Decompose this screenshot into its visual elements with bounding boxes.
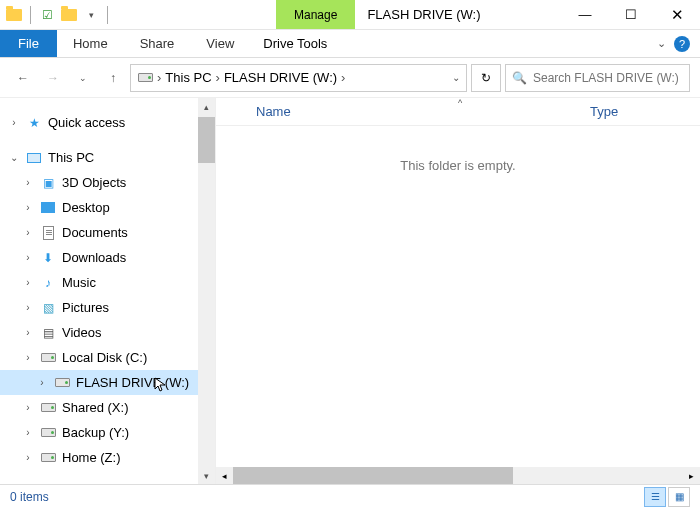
properties-icon[interactable]: ☑ (39, 7, 55, 23)
details-view-button[interactable]: ☰ (644, 487, 666, 507)
expand-icon[interactable]: › (22, 252, 34, 263)
tree-this-pc[interactable]: ⌄ This PC (0, 145, 215, 170)
tab-view[interactable]: View (190, 30, 250, 57)
videos-icon: ▤ (40, 325, 56, 341)
column-name[interactable]: Name (216, 104, 590, 119)
ribbon-tabs: File Home Share View Drive Tools ⌄ ? (0, 30, 700, 58)
breadcrumb-this-pc[interactable]: This PC (165, 70, 211, 85)
tree-label: Desktop (62, 200, 110, 215)
tree-documents[interactable]: ›Documents (0, 220, 215, 245)
title-bar: ☑ ▾ Manage FLASH DRIVE (W:) — ☐ ✕ (0, 0, 700, 30)
expand-icon[interactable]: › (22, 202, 34, 213)
expand-icon[interactable]: › (22, 302, 34, 313)
recent-locations-button[interactable]: ⌄ (70, 65, 96, 91)
minimize-button[interactable]: — (562, 0, 608, 29)
scroll-left-button[interactable]: ◂ (216, 467, 233, 484)
back-button[interactable]: ← (10, 65, 36, 91)
tree-flash-drive-w[interactable]: › FLASH DRIVE (W:) (0, 370, 215, 395)
scroll-right-button[interactable]: ▸ (683, 467, 700, 484)
scroll-up-button[interactable]: ▴ (198, 98, 215, 115)
tree-quick-access[interactable]: › ★ Quick access (0, 110, 215, 135)
navigation-bar: ← → ⌄ ↑ › This PC › FLASH DRIVE (W:) › ⌄… (0, 58, 700, 98)
expand-icon[interactable]: › (22, 427, 34, 438)
navigation-pane: › ★ Quick access ⌄ This PC ›▣3D Objects … (0, 98, 215, 484)
tree-desktop[interactable]: ›Desktop (0, 195, 215, 220)
star-icon: ★ (26, 115, 42, 131)
tree-label: Pictures (62, 300, 109, 315)
refresh-button[interactable]: ↻ (471, 64, 501, 92)
expand-icon[interactable]: › (36, 377, 48, 388)
tree-music[interactable]: ›♪Music (0, 270, 215, 295)
up-button[interactable]: ↑ (100, 65, 126, 91)
expand-icon[interactable]: › (22, 452, 34, 463)
tab-drive-tools[interactable]: Drive Tools (250, 30, 339, 57)
address-dropdown-icon[interactable]: ⌄ (452, 72, 460, 83)
horizontal-scrollbar[interactable]: ◂ ▸ (216, 467, 700, 484)
expand-icon[interactable]: › (22, 177, 34, 188)
empty-folder-text: This folder is empty. (216, 158, 700, 173)
tree-local-disk-c[interactable]: ›Local Disk (C:) (0, 345, 215, 370)
drive-icon (40, 350, 56, 366)
details-view-icon: ☰ (651, 491, 660, 502)
address-bar[interactable]: › This PC › FLASH DRIVE (W:) › ⌄ (130, 64, 467, 92)
expand-icon[interactable]: › (22, 402, 34, 413)
expand-icon[interactable]: › (22, 352, 34, 363)
qat-dropdown-icon[interactable]: ▾ (83, 7, 99, 23)
column-type[interactable]: Type (590, 104, 700, 119)
chevron-right-icon[interactable]: › (341, 70, 345, 85)
tree-videos[interactable]: ›▤Videos (0, 320, 215, 345)
expand-icon[interactable]: › (8, 117, 20, 128)
tree-backup-y[interactable]: ›Backup (Y:) (0, 420, 215, 445)
quick-access-toolbar: ☑ ▾ (0, 0, 116, 29)
drive-icon (54, 375, 70, 391)
search-input[interactable] (533, 71, 683, 85)
expand-icon[interactable]: › (22, 227, 34, 238)
tree-label: 3D Objects (62, 175, 126, 190)
tab-file[interactable]: File (0, 30, 57, 57)
search-icon: 🔍 (512, 71, 527, 85)
collapse-icon[interactable]: ⌄ (8, 152, 20, 163)
sort-indicator-icon: ^ (458, 98, 462, 108)
scroll-thumb[interactable] (233, 467, 513, 484)
tree-shared-x[interactable]: ›Shared (X:) (0, 395, 215, 420)
content-area: ^ Name Type This folder is empty. ◂ ▸ (215, 98, 700, 484)
folder-qat-icon[interactable] (61, 7, 77, 23)
tree-label: Videos (62, 325, 102, 340)
tree-home-z[interactable]: ›Home (Z:) (0, 445, 215, 470)
tree-3d-objects[interactable]: ›▣3D Objects (0, 170, 215, 195)
drive-icon (40, 450, 56, 466)
drive-icon (40, 425, 56, 441)
tree-label: Local Disk (C:) (62, 350, 147, 365)
breadcrumb-current[interactable]: FLASH DRIVE (W:) (224, 70, 337, 85)
pc-icon (26, 150, 42, 166)
chevron-right-icon[interactable]: › (216, 70, 220, 85)
search-box[interactable]: 🔍 (505, 64, 690, 92)
scroll-thumb[interactable] (198, 117, 215, 163)
help-button[interactable]: ? (674, 36, 690, 52)
column-headers: ^ Name Type (216, 98, 700, 126)
tab-share[interactable]: Share (124, 30, 191, 57)
tree-label: Documents (62, 225, 128, 240)
tab-home[interactable]: Home (57, 30, 124, 57)
scroll-down-button[interactable]: ▾ (198, 467, 215, 484)
cursor-icon (154, 377, 170, 393)
expand-ribbon-icon[interactable]: ⌄ (657, 37, 666, 50)
tree-pictures[interactable]: ›▧Pictures (0, 295, 215, 320)
document-icon (40, 225, 56, 241)
vertical-scrollbar[interactable]: ▴ ▾ (198, 98, 215, 484)
forward-button[interactable]: → (40, 65, 66, 91)
chevron-right-icon[interactable]: › (157, 70, 161, 85)
expand-icon[interactable]: › (22, 327, 34, 338)
contextual-tab-manage[interactable]: Manage (276, 0, 355, 29)
window-title: FLASH DRIVE (W:) (355, 0, 562, 29)
window-controls: — ☐ ✕ (562, 0, 700, 29)
tree-downloads[interactable]: ›⬇Downloads (0, 245, 215, 270)
maximize-button[interactable]: ☐ (608, 0, 654, 29)
thumbnails-view-button[interactable]: ▦ (668, 487, 690, 507)
tree-label: This PC (48, 150, 94, 165)
expand-icon[interactable]: › (22, 277, 34, 288)
close-button[interactable]: ✕ (654, 0, 700, 29)
tree-label: Home (Z:) (62, 450, 121, 465)
tree-label: Quick access (48, 115, 125, 130)
tree-label: Backup (Y:) (62, 425, 129, 440)
